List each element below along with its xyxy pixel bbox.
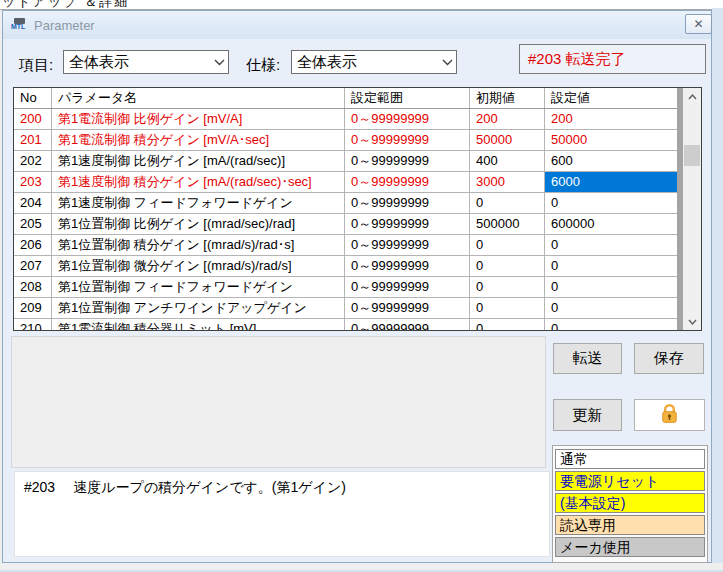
cell-set[interactable]: 0 [545,235,677,255]
cell-init[interactable]: 0 [470,319,545,331]
table-row[interactable]: 201第1電流制御 積分ゲイン [mV/A･sec]0～999999995000… [14,130,677,151]
cell-set[interactable]: 0 [545,256,677,276]
cell-no[interactable]: 203 [14,172,52,192]
table-row[interactable]: 203第1速度制御 積分ゲイン [mA/(rad/sec)･sec]0～9999… [14,172,677,193]
background-window-clipped-text: ットアップ ＆詳細 [2,0,129,10]
background-right-edge [712,8,723,572]
scrollbar-thumb[interactable] [684,145,700,166]
update-button[interactable]: 更新 [553,399,622,431]
table-row[interactable]: 210第1電流制御 積分器リミット [mV]0～9999999900 [14,319,677,331]
cell-set[interactable]: 0 [545,298,677,318]
cell-range[interactable]: 0～99999999 [345,172,470,192]
cell-range[interactable]: 0～99999999 [345,214,470,234]
table-header-cell[interactable]: パラメータ名 [52,88,345,108]
cell-set[interactable]: 0 [545,319,677,331]
scroll-down-icon[interactable] [683,313,701,330]
cell-range[interactable]: 0～99999999 [345,151,470,171]
cell-name[interactable]: 第1電流制御 積分器リミット [mV] [52,319,345,331]
cell-no[interactable]: 205 [14,214,52,234]
lock-button[interactable] [634,399,705,431]
cell-no[interactable]: 202 [14,151,52,171]
cell-no[interactable]: 208 [14,277,52,297]
transfer-button[interactable]: 転送 [553,343,622,374]
cell-init[interactable]: 0 [470,193,545,213]
transfer-status-text: #203 転送完了 [520,50,626,69]
cell-range[interactable]: 0～99999999 [345,109,470,129]
table-header-cell[interactable]: 設定値 [545,88,677,108]
cell-set[interactable]: 600 [545,151,677,171]
background-bottom-edge [0,563,723,572]
cell-name[interactable]: 第1位置制御 積分ゲイン [(mrad/s)/rad･s] [52,235,345,255]
cell-init[interactable]: 3000 [470,172,545,192]
parameter-description-box: #203 速度ループの積分ゲインです。(第1ゲイン) [14,471,550,557]
table-header-row[interactable]: Noパラメータ名設定範囲初期値設定値 [14,88,677,109]
cell-init[interactable]: 400 [470,151,545,171]
spec-filter-combobox[interactable]: 全体表示 [291,50,457,74]
cell-no[interactable]: 210 [14,319,52,331]
cell-no[interactable]: 201 [14,130,52,150]
cell-range[interactable]: 0～99999999 [345,130,470,150]
table-header-cell[interactable]: No [14,88,52,108]
cell-init[interactable]: 500000 [470,214,545,234]
cell-set[interactable]: 0 [545,277,677,297]
cell-set[interactable]: 0 [545,193,677,213]
transfer-button-label: 転送 [573,349,603,368]
cell-set[interactable]: 6000 [545,172,677,192]
screen: ットアップ ＆詳細 MTL Parameter ✕ 項目: 全体表示 仕様: 全… [0,0,723,572]
table-row[interactable]: 205第1位置制御 比例ゲイン [(mrad/sec)/rad]0～999999… [14,214,677,235]
spec-filter-value: 全体表示 [292,53,438,72]
cell-name[interactable]: 第1電流制御 比例ゲイン [mV/A] [52,109,345,129]
cell-range[interactable]: 0～99999999 [345,235,470,255]
cell-init[interactable]: 0 [470,298,545,318]
app-logo-icon: MTL [11,18,28,32]
cell-no[interactable]: 209 [14,298,52,318]
cell-range[interactable]: 0～99999999 [345,256,470,276]
cell-range[interactable]: 0～99999999 [345,298,470,318]
title-bar[interactable]: MTL Parameter ✕ [3,11,711,39]
table-row[interactable]: 202第1速度制御 比例ゲイン [mA/(rad/sec)]0～99999999… [14,151,677,172]
item-filter-combobox[interactable]: 全体表示 [63,50,229,74]
cell-name[interactable]: 第1位置制御 アンチワインドアップゲイン [52,298,345,318]
cell-name[interactable]: 第1位置制御 微分ゲイン [(mrad/s)/rad/s] [52,256,345,276]
table-header-cell[interactable]: 初期値 [470,88,545,108]
cell-name[interactable]: 第1速度制御 フィードフォワードゲイン [52,193,345,213]
cell-init[interactable]: 0 [470,235,545,255]
table-header-cell[interactable]: 設定範囲 [345,88,470,108]
cell-set[interactable]: 200 [545,109,677,129]
transfer-status-box: #203 転送完了 [519,44,706,74]
table-row[interactable]: 206第1位置制御 積分ゲイン [(mrad/s)/rad･s]0～999999… [14,235,677,256]
save-button[interactable]: 保存 [634,343,704,374]
update-button-label: 更新 [573,406,603,425]
cell-name[interactable]: 第1速度制御 比例ゲイン [mA/(rad/sec)] [52,151,345,171]
spec-filter-label: 仕様: [246,56,280,75]
table-row[interactable]: 200第1電流制御 比例ゲイン [mV/A]0～99999999200200 [14,109,677,130]
cell-no[interactable]: 204 [14,193,52,213]
cell-range[interactable]: 0～99999999 [345,277,470,297]
cell-range[interactable]: 0～99999999 [345,319,470,331]
cell-range[interactable]: 0～99999999 [345,193,470,213]
table-row[interactable]: 204第1速度制御 フィードフォワードゲイン0～9999999900 [14,193,677,214]
table-row[interactable]: 209第1位置制御 アンチワインドアップゲイン0～9999999900 [14,298,677,319]
cell-name[interactable]: 第1電流制御 積分ゲイン [mV/A･sec] [52,130,345,150]
cell-set[interactable]: 50000 [545,130,677,150]
detail-group-panel [11,336,546,468]
vertical-scrollbar[interactable] [683,88,701,330]
parameter-dialog: MTL Parameter ✕ 項目: 全体表示 仕様: 全体表示 #203 転… [2,10,712,563]
description-param-no: #203 [24,479,55,497]
close-button[interactable]: ✕ [685,14,712,34]
item-filter-label: 項目: [19,56,53,75]
cell-name[interactable]: 第1速度制御 積分ゲイン [mA/(rad/sec)･sec] [52,172,345,192]
cell-init[interactable]: 200 [470,109,545,129]
cell-no[interactable]: 206 [14,235,52,255]
cell-set[interactable]: 600000 [545,214,677,234]
cell-init[interactable]: 0 [470,256,545,276]
cell-name[interactable]: 第1位置制御 フィードフォワードゲイン [52,277,345,297]
cell-name[interactable]: 第1位置制御 比例ゲイン [(mrad/sec)/rad] [52,214,345,234]
table-row[interactable]: 207第1位置制御 微分ゲイン [(mrad/s)/rad/s]0～999999… [14,256,677,277]
cell-no[interactable]: 207 [14,256,52,276]
table-row[interactable]: 208第1位置制御 フィードフォワードゲイン0～9999999900 [14,277,677,298]
scroll-up-icon[interactable] [683,88,701,105]
cell-init[interactable]: 0 [470,277,545,297]
cell-no[interactable]: 200 [14,109,52,129]
cell-init[interactable]: 50000 [470,130,545,150]
